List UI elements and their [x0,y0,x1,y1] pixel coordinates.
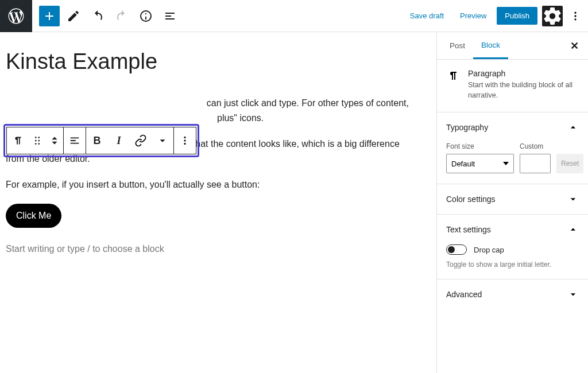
publish-button[interactable]: Publish [497,7,537,25]
more-rich-text-button[interactable] [152,127,173,154]
top-toolbar: Save draft Preview Publish [0,0,588,32]
settings-button[interactable] [542,6,563,26]
button-block[interactable]: Click Me [6,204,61,228]
svg-point-5 [35,140,37,142]
svg-point-1 [574,15,576,17]
sidebar-tabs: Post Block ✕ [437,32,588,60]
svg-point-9 [184,137,185,138]
svg-point-3 [35,137,37,138]
chevron-down-icon [156,134,169,147]
gear-icon [542,6,563,26]
drop-cap-label: Drop cap [474,246,504,254]
drop-cap-toggle[interactable] [446,244,467,255]
paragraph-block-1[interactable]: This is where you can add content. To ad… [6,96,409,125]
italic-button[interactable]: I [108,127,130,154]
panel-text: Text settings Drop cap Toggle to show a … [437,214,588,279]
info-icon [139,9,153,23]
wp-logo[interactable] [0,0,32,32]
move-block-buttons[interactable] [46,127,63,154]
panel-text-toggle[interactable]: Text settings [437,215,588,244]
align-button[interactable] [64,127,86,154]
svg-point-11 [184,143,185,145]
link-icon [134,134,147,147]
svg-point-2 [574,18,576,20]
redo-icon [115,9,129,23]
block-info: Paragraph Start with the building block … [437,60,588,112]
editor-canvas: Kinsta Example This is where you can add… [0,0,436,373]
more-vertical-icon [179,134,191,147]
panel-advanced: Advanced [437,279,588,309]
svg-point-7 [35,143,37,145]
svg-point-8 [38,143,40,145]
more-vertical-icon [570,10,581,22]
outline-button[interactable] [160,6,180,26]
reset-font-size-button[interactable]: Reset [556,154,583,173]
panel-advanced-toggle[interactable]: Advanced [437,279,588,309]
paragraph-icon [11,134,24,147]
move-up-down-icon [48,134,61,147]
preview-button[interactable]: Preview [454,8,492,24]
block-name: Paragraph [468,69,579,78]
close-sidebar-button[interactable]: ✕ [565,37,583,55]
block-more-options-button[interactable] [174,127,196,154]
list-icon [163,9,177,23]
block-toolbar: B I [6,127,196,154]
bold-button[interactable]: B [86,127,108,154]
svg-point-6 [38,140,40,142]
chevron-up-icon [567,122,579,133]
chevron-up-icon [567,224,579,235]
italic-icon: I [117,135,121,147]
transform-block-button[interactable] [7,127,29,154]
close-icon: ✕ [570,40,579,52]
paragraph-icon [446,69,460,83]
add-block-button[interactable] [39,6,60,26]
panel-color: Color settings [437,184,588,214]
tools-button[interactable] [63,6,84,26]
custom-size-input[interactable] [520,154,551,173]
drag-icon [31,134,44,147]
plus-icon [42,9,56,23]
drop-cap-help: Toggle to show a large initial letter. [446,261,579,269]
undo-icon [91,9,105,23]
svg-point-10 [184,139,185,141]
block-toolbar-highlight: B I [3,124,199,157]
font-size-select[interactable]: Default [446,154,514,173]
link-button[interactable] [130,127,152,154]
save-draft-button[interactable]: Save draft [404,8,450,24]
svg-point-4 [38,137,40,138]
tab-block[interactable]: Block [473,33,508,59]
custom-size-label: Custom [520,142,551,150]
chevron-down-icon [567,289,579,300]
pencil-icon [67,9,80,23]
wordpress-icon [8,8,24,24]
tab-post[interactable]: Post [442,33,473,58]
chevron-down-icon [567,193,579,205]
settings-sidebar: Post Block ✕ Paragraph Start with the bu… [436,0,588,373]
empty-block-placeholder[interactable]: Start writing or type / to choose a bloc… [6,244,409,254]
redo-button[interactable] [111,6,132,26]
bold-icon: B [94,135,101,147]
details-button[interactable] [136,6,156,26]
paragraph-block-3[interactable]: For example, if you insert a button, you… [6,177,409,192]
panel-typography: Typography Font size Default Custom Rese… [437,112,588,184]
svg-point-0 [574,11,576,13]
panel-color-toggle[interactable]: Color settings [437,184,588,214]
panel-typography-toggle[interactable]: Typography [437,112,588,142]
more-options-button[interactable] [567,6,583,26]
post-title[interactable]: Kinsta Example [6,49,409,74]
align-left-icon [68,134,81,147]
undo-button[interactable] [87,6,108,26]
block-description: Start with the building block of all nar… [468,80,579,100]
drag-handle[interactable] [29,127,46,154]
font-size-label: Font size [446,142,514,150]
